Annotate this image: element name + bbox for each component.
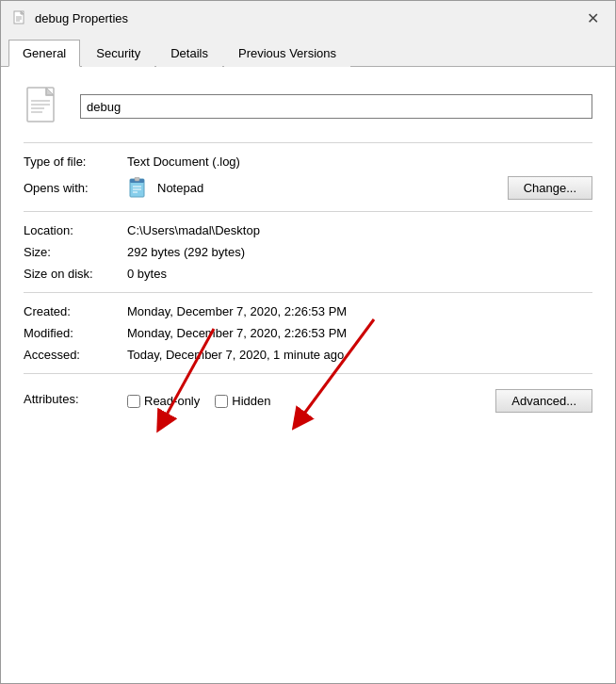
created-value: Monday, December 7, 2020, 2:26:53 PM bbox=[127, 304, 592, 318]
filename-input[interactable] bbox=[80, 94, 592, 119]
tab-content-general: Type of file: Text Document (.log) Opens… bbox=[1, 67, 615, 683]
readonly-checkbox[interactable] bbox=[127, 395, 140, 408]
advanced-button[interactable]: Advanced... bbox=[495, 389, 592, 413]
attributes-section: Attributes: Read-only Hidden Advanced... bbox=[24, 385, 592, 413]
tab-general[interactable]: General bbox=[8, 40, 80, 67]
tab-previous-versions[interactable]: Previous Versions bbox=[224, 40, 350, 67]
location-label: Location: bbox=[24, 223, 127, 237]
divider-2 bbox=[24, 211, 592, 212]
tabs-bar: General Security Details Previous Versio… bbox=[1, 35, 615, 67]
attributes-row: Read-only Hidden Advanced... bbox=[127, 389, 592, 413]
title-bar: debug Properties ✕ bbox=[1, 1, 615, 35]
tab-details[interactable]: Details bbox=[156, 40, 222, 67]
title-file-icon bbox=[12, 10, 27, 25]
size-value: 292 bytes (292 bytes) bbox=[127, 245, 592, 259]
size-label: Size: bbox=[24, 245, 127, 259]
divider-4 bbox=[24, 373, 592, 374]
divider-1 bbox=[24, 142, 592, 143]
hidden-checkbox-label[interactable]: Hidden bbox=[215, 394, 270, 408]
size-disk-label: Size on disk: bbox=[24, 267, 127, 281]
modified-value: Monday, December 7, 2020, 2:26:53 PM bbox=[127, 326, 592, 340]
properties-window: debug Properties ✕ General Security Deta… bbox=[0, 0, 616, 684]
divider-3 bbox=[24, 292, 592, 293]
notepad-icon bbox=[127, 177, 150, 200]
opens-with-row: Notepad Change... bbox=[127, 176, 592, 200]
file-large-icon bbox=[24, 86, 65, 127]
readonly-label: Read-only bbox=[144, 394, 200, 408]
hidden-label: Hidden bbox=[232, 394, 270, 408]
file-type-section: Type of file: Text Document (.log) Opens… bbox=[24, 155, 592, 200]
created-label: Created: bbox=[24, 304, 127, 318]
accessed-label: Accessed: bbox=[24, 348, 127, 362]
type-label: Type of file: bbox=[24, 155, 127, 169]
hidden-checkbox[interactable] bbox=[215, 395, 228, 408]
title-bar-left: debug Properties bbox=[12, 10, 128, 25]
opens-with-left: Notepad bbox=[127, 177, 203, 200]
attributes-label: Attributes: bbox=[24, 392, 127, 406]
window-title: debug Properties bbox=[35, 11, 128, 25]
modified-label: Modified: bbox=[24, 326, 127, 340]
change-button[interactable]: Change... bbox=[508, 176, 592, 200]
opens-label: Opens with: bbox=[24, 181, 127, 195]
file-header bbox=[24, 86, 592, 127]
opens-app-value: Notepad bbox=[157, 181, 203, 195]
tab-security[interactable]: Security bbox=[82, 40, 154, 67]
attributes-grid: Attributes: Read-only Hidden Advanced... bbox=[24, 385, 592, 413]
dates-section: Created: Monday, December 7, 2020, 2:26:… bbox=[24, 304, 592, 362]
close-button[interactable]: ✕ bbox=[581, 7, 604, 29]
accessed-value: Today, December 7, 2020, 1 minute ago bbox=[127, 348, 592, 362]
type-value: Text Document (.log) bbox=[127, 155, 592, 169]
location-value: C:\Users\madal\Desktop bbox=[127, 223, 592, 237]
size-disk-value: 0 bytes bbox=[127, 267, 592, 281]
location-section: Location: C:\Users\madal\Desktop Size: 2… bbox=[24, 223, 592, 281]
readonly-checkbox-label[interactable]: Read-only bbox=[127, 394, 200, 408]
svg-rect-16 bbox=[135, 177, 139, 181]
